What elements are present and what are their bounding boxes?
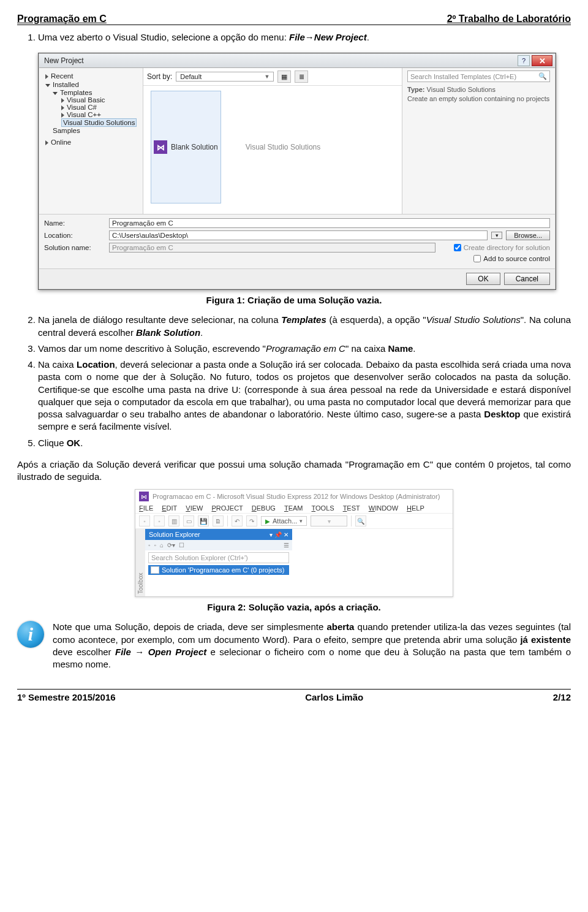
vs-logo-icon: ⋈: [154, 140, 167, 154]
menu-test[interactable]: TEST: [343, 504, 360, 512]
tree-vss-selected[interactable]: Visual Studio Solutions: [61, 118, 137, 127]
se-sync-icon[interactable]: ☐: [179, 542, 184, 549]
chevron-down-icon: ▼: [264, 74, 270, 80]
tree-cpp[interactable]: Visual C++: [67, 111, 101, 118]
location-input[interactable]: C:\Users\aulas\Desktop\: [109, 230, 488, 240]
redo-icon[interactable]: ↷: [246, 515, 257, 526]
step1-text: Uma vez aberto o Visual Studio, selecion…: [38, 32, 289, 42]
header-right: 2º Trabalho de Laboratório: [447, 13, 571, 25]
tree-recent[interactable]: Recent: [51, 72, 73, 80]
info-note: i Note que uma Solução, depois de criada…: [17, 621, 571, 671]
template-category-label: Visual Studio Solutions: [246, 91, 321, 203]
close-icon[interactable]: ✕: [284, 531, 288, 538]
template-blank-label: Blank Solution: [171, 143, 218, 151]
view-list-icon[interactable]: ≣: [295, 70, 308, 83]
footer-right: 2/12: [553, 692, 571, 702]
se-refresh-icon[interactable]: ⟳▾: [167, 542, 175, 549]
page-header: Programação em C 2º Trabalho de Laborató…: [17, 13, 571, 25]
page-footer: 1º Semestre 2015/2016 Carlos Limão 2/12: [17, 689, 571, 702]
tree-samples[interactable]: Samples: [44, 127, 138, 134]
ok-button[interactable]: OK: [466, 273, 500, 285]
type-value: Visual Studio Solutions: [427, 86, 496, 93]
solution-explorer-title: Solution Explorer: [149, 531, 200, 538]
create-dir-checkbox[interactable]: [454, 244, 461, 251]
se-props-icon[interactable]: ☰: [284, 542, 289, 549]
menu-file: File: [289, 32, 305, 42]
undo-icon[interactable]: ↶: [232, 515, 243, 526]
sortby-dropdown[interactable]: Default ▼: [176, 72, 274, 82]
menu-tools[interactable]: TOOLS: [312, 504, 334, 512]
close-icon[interactable]: ✕: [532, 55, 552, 66]
step-2: Na janela de diálogo resultante deve sel…: [38, 314, 571, 339]
sortby-label: Sort by:: [147, 72, 172, 81]
nav-fwd-icon[interactable]: ◦: [154, 515, 165, 526]
tree-vb[interactable]: Visual Basic: [67, 96, 105, 104]
template-blank-solution[interactable]: ⋈ Blank Solution: [151, 91, 221, 203]
solution-explorer-panel: Solution Explorer ▾ 📌 ✕ ◦ ◦ ⌂ ⟳▾ ☐ ☰ Sea…: [145, 529, 292, 596]
step-3: Vamos dar um nome descritivo à Solução, …: [38, 343, 571, 355]
chevron-down-icon[interactable]: [45, 84, 50, 87]
pin-icon[interactable]: 📌: [274, 531, 282, 538]
chevron-right-icon[interactable]: [45, 74, 48, 79]
solution-icon: [151, 566, 159, 574]
post-steps-text: Após a criação da Solução deverá verific…: [17, 458, 571, 484]
template-description: Create an empty solution containing no p…: [407, 95, 550, 102]
attach-button[interactable]: ▶Attach...▾: [261, 516, 307, 526]
solution-name-label: Solution name:: [44, 244, 105, 251]
solution-node[interactable]: Solution 'Programacao em C' (0 projects): [148, 565, 289, 575]
chevron-right-icon[interactable]: [61, 113, 64, 118]
new-project-dialog: New Project ? ✕ Recent Installed Templat…: [38, 53, 556, 290]
menu-file[interactable]: FILE: [139, 504, 153, 512]
menu-view[interactable]: VIEW: [186, 504, 203, 512]
template-tree[interactable]: Recent Installed Templates Visual Basic …: [39, 68, 143, 214]
se-home-icon[interactable]: ◦: [148, 542, 151, 549]
nav-back-icon[interactable]: ◦: [139, 515, 150, 526]
dropdown-icon[interactable]: ▾: [270, 531, 273, 538]
search-templates-input[interactable]: Search Installed Templates (Ctrl+E) 🔍: [407, 70, 550, 82]
chevron-down-icon[interactable]: [53, 92, 58, 95]
menu-window[interactable]: WINDOW: [369, 504, 398, 512]
help-icon[interactable]: ?: [518, 55, 530, 66]
name-input[interactable]: Programação em C: [109, 218, 550, 228]
dialog-title: New Project: [42, 56, 518, 65]
location-dropdown-icon[interactable]: ▾: [491, 232, 502, 239]
se-back-icon[interactable]: ◦: [154, 542, 157, 549]
vs-window-title: Programacao em C - Microsoft Visual Stud…: [153, 493, 440, 500]
chevron-right-icon[interactable]: [61, 98, 64, 103]
figure1-caption: Figura 1: Criação de uma Solução vazia.: [17, 295, 571, 305]
search-icon: 🔍: [538, 72, 547, 80]
menu-help[interactable]: HELP: [407, 504, 424, 512]
open-icon[interactable]: ▭: [183, 515, 194, 526]
chevron-right-icon[interactable]: [61, 105, 64, 110]
toolbox-tab[interactable]: Toolbox: [135, 529, 145, 596]
template-vss-label: Visual Studio Solutions: [246, 143, 321, 151]
chevron-right-icon[interactable]: [45, 140, 48, 145]
figure2-caption: Figura 2: Solução vazia, após a criação.: [17, 602, 571, 612]
step-1: Uma vez aberto o Visual Studio, selecion…: [38, 31, 571, 44]
vs-menu-bar[interactable]: FILE EDIT VIEW PROJECT DEBUG TEAM TOOLS …: [135, 503, 453, 513]
menu-newproject: New Project: [314, 32, 367, 42]
tree-templates[interactable]: Templates: [60, 89, 92, 96]
cancel-button[interactable]: Cancel: [504, 273, 550, 285]
menu-project[interactable]: PROJECT: [211, 504, 243, 512]
solution-name-input[interactable]: Programação em C: [109, 243, 435, 253]
menu-edit[interactable]: EDIT: [162, 504, 177, 512]
saveall-icon[interactable]: 🗎: [213, 515, 224, 526]
menu-team[interactable]: TEAM: [284, 504, 303, 512]
vs-logo-icon: ⋈: [139, 492, 149, 501]
header-left: Programação em C: [17, 13, 107, 25]
source-control-checkbox[interactable]: [473, 255, 481, 262]
new-icon[interactable]: ▥: [168, 515, 179, 526]
config-dropdown[interactable]: ▾: [311, 515, 347, 526]
se-search-input[interactable]: Search Solution Explorer (Ctrl+'): [148, 552, 289, 563]
find-icon[interactable]: 🔍: [355, 515, 366, 526]
sortby-value: Default: [180, 73, 202, 80]
save-icon[interactable]: 💾: [198, 515, 209, 526]
tree-installed[interactable]: Installed: [53, 81, 79, 88]
browse-button[interactable]: Browse...: [506, 230, 550, 240]
se-home2-icon[interactable]: ⌂: [160, 542, 164, 549]
menu-debug[interactable]: DEBUG: [252, 504, 276, 512]
tree-cs[interactable]: Visual C#: [67, 104, 97, 111]
view-small-icon[interactable]: ▦: [277, 70, 291, 83]
tree-online[interactable]: Online: [51, 139, 71, 146]
